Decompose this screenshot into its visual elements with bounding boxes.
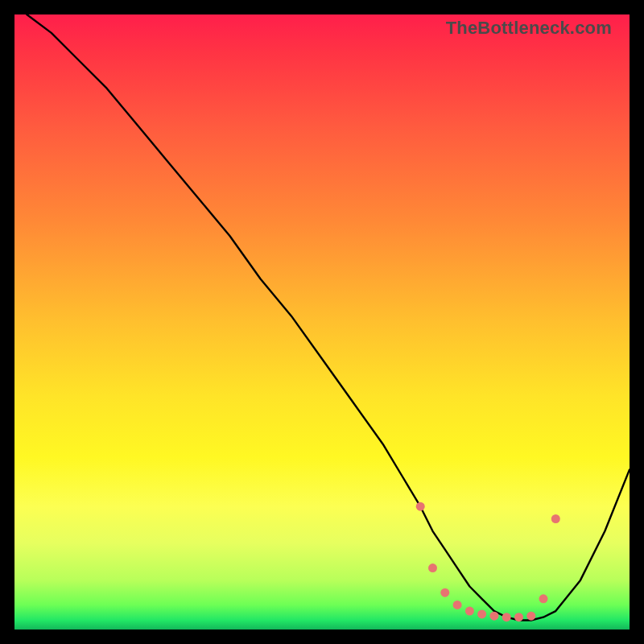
- highlight-dot: [489, 612, 498, 621]
- highlight-dot: [440, 588, 449, 597]
- highlight-dot: [526, 612, 535, 621]
- highlight-dot: [502, 613, 511, 621]
- highlight-dot: [551, 514, 560, 523]
- highlight-dot: [477, 609, 486, 618]
- highlight-dot: [416, 502, 425, 511]
- highlight-dot: [539, 594, 548, 603]
- highlight-dot: [514, 613, 523, 621]
- highlight-dot: [465, 607, 474, 616]
- chart-frame: TheBottleneck.com: [0, 0, 644, 644]
- highlight-dot: [428, 564, 437, 572]
- highlight-dot: [453, 601, 462, 609]
- chart-svg: [14, 14, 630, 630]
- bottleneck-curve-path: [27, 14, 630, 621]
- chart-plot-area: TheBottleneck.com: [14, 14, 630, 630]
